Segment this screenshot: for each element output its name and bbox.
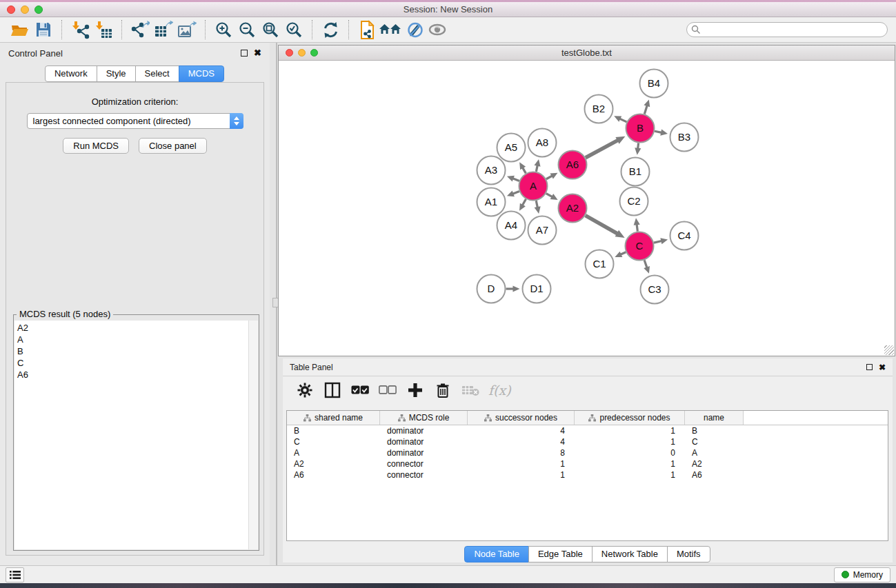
add-column-button[interactable]: [401, 378, 429, 402]
node-B4[interactable]: B4: [640, 70, 668, 98]
zoom-out-button[interactable]: [235, 19, 259, 41]
column-header[interactable]: name: [685, 411, 744, 425]
tab-node-table[interactable]: Node Table: [464, 546, 529, 562]
edge-A6-B[interactable]: [586, 136, 626, 158]
edge-C-C4[interactable]: [654, 238, 668, 244]
column-header[interactable]: predecessor nodes: [575, 411, 685, 425]
node-A2[interactable]: A2: [559, 194, 587, 223]
edge-A-A4[interactable]: [519, 199, 526, 211]
edge-C-C1[interactable]: [615, 252, 626, 257]
import-table-button[interactable]: [92, 19, 115, 41]
node-A6[interactable]: A6: [559, 151, 587, 179]
select-all-button[interactable]: [346, 378, 374, 402]
hide-labels-button[interactable]: [402, 19, 426, 41]
network-canvas[interactable]: B4B2BB3A5A8A6B1A3AA1C2A2A4A7C4CC1C3DD1: [279, 61, 895, 356]
edge-A-A8[interactable]: [535, 159, 541, 172]
edge-C-C3[interactable]: [644, 260, 650, 274]
zoom-selected-button[interactable]: [282, 19, 306, 41]
result-item[interactable]: A6: [14, 369, 248, 381]
result-item[interactable]: A: [14, 334, 248, 345]
table-row[interactable]: Cdominator41C: [287, 436, 888, 447]
table-row[interactable]: Bdominator41B: [287, 425, 888, 436]
criterion-dropdown[interactable]: largest connected component (directed): [27, 113, 243, 129]
tab-style[interactable]: Style: [97, 65, 136, 82]
table-row[interactable]: A6connector11A6: [287, 469, 888, 480]
node-B1[interactable]: B1: [621, 158, 650, 186]
node-C1[interactable]: C1: [586, 250, 614, 278]
task-history-button[interactable]: [6, 567, 24, 582]
network-graph[interactable]: B4B2BB3A5A8A6B1A3AA1C2A2A4A7C4CC1C3DD1: [279, 61, 895, 356]
node-B2[interactable]: B2: [585, 95, 613, 123]
save-session-button[interactable]: [32, 19, 55, 41]
tab-mcds[interactable]: MCDS: [179, 65, 224, 82]
node-C3[interactable]: C3: [641, 276, 669, 304]
node-A1[interactable]: A1: [477, 188, 506, 216]
zoom-in-button[interactable]: [212, 19, 235, 41]
column-header[interactable]: shared name: [287, 411, 380, 425]
edge-A-A1[interactable]: [507, 191, 519, 197]
float-panel-icon[interactable]: [241, 50, 248, 57]
network-from-file-button[interactable]: [355, 19, 379, 41]
result-item[interactable]: A2: [14, 322, 248, 334]
close-panel-button[interactable]: Close panel: [139, 138, 207, 154]
import-network-button[interactable]: [68, 19, 92, 41]
node-A5[interactable]: A5: [497, 134, 526, 162]
edge-A-A7[interactable]: [535, 201, 541, 214]
node-B[interactable]: B: [626, 114, 655, 143]
close-table-panel-icon[interactable]: ✖: [879, 364, 886, 371]
edge-D-D1[interactable]: [506, 285, 520, 292]
zoom-fit-button[interactable]: [259, 19, 282, 41]
edge-B-B3[interactable]: [655, 130, 668, 136]
memory-button[interactable]: Memory: [834, 567, 890, 582]
run-mcds-button[interactable]: Run MCDS: [63, 138, 129, 154]
column-header[interactable]: MCDS role: [380, 411, 468, 425]
show-details-button[interactable]: [426, 19, 449, 41]
node-C2[interactable]: C2: [620, 187, 648, 216]
column-header[interactable]: successor nodes: [468, 411, 575, 425]
result-item[interactable]: C: [14, 357, 248, 369]
edge-A-A6[interactable]: [546, 173, 558, 179]
node-A[interactable]: A: [519, 172, 548, 201]
tab-network[interactable]: Network: [45, 65, 97, 82]
export-network-button[interactable]: [128, 19, 152, 41]
column-layout-button[interactable]: [319, 378, 346, 402]
tab-select[interactable]: Select: [135, 65, 179, 82]
delete-column-button[interactable]: [429, 378, 457, 402]
delete-table-button[interactable]: [457, 378, 484, 402]
node-A3[interactable]: A3: [477, 156, 506, 185]
node-C4[interactable]: C4: [670, 222, 699, 250]
export-image-button[interactable]: [175, 19, 199, 41]
edge-B-B2[interactable]: [614, 116, 626, 122]
node-C[interactable]: C: [626, 232, 654, 261]
search-input[interactable]: [704, 23, 887, 36]
node-D[interactable]: D: [477, 275, 506, 303]
window-resize-grip[interactable]: [884, 345, 894, 355]
edge-A-A3[interactable]: [507, 176, 519, 182]
tab-network-table[interactable]: Network Table: [592, 546, 668, 562]
function-builder-button[interactable]: f(x): [484, 378, 515, 402]
edge-C-C2[interactable]: [634, 218, 640, 231]
node-A4[interactable]: A4: [497, 212, 526, 240]
result-scrollbar[interactable]: [248, 321, 258, 549]
close-panel-icon[interactable]: ✖: [254, 50, 261, 57]
search-field[interactable]: [686, 22, 888, 37]
node-D1[interactable]: D1: [523, 275, 551, 303]
tab-motifs[interactable]: Motifs: [667, 546, 710, 562]
edge-A-A2[interactable]: [546, 194, 558, 200]
export-table-button[interactable]: [152, 19, 175, 41]
node-A8[interactable]: A8: [528, 129, 557, 157]
result-item[interactable]: B: [14, 345, 248, 357]
edge-B-B4[interactable]: [644, 99, 650, 114]
float-table-panel-icon[interactable]: [866, 364, 873, 370]
edge-A-A5[interactable]: [519, 162, 526, 173]
deselect-all-button[interactable]: [374, 378, 401, 402]
tab-edge-table[interactable]: Edge Table: [528, 546, 593, 562]
node-A7[interactable]: A7: [528, 216, 557, 245]
edge-A2-C[interactable]: [586, 216, 625, 238]
open-file-button[interactable]: [8, 19, 32, 41]
table-row[interactable]: A2connector11A2: [287, 458, 888, 469]
node-B3[interactable]: B3: [670, 123, 699, 152]
table-settings-button[interactable]: [291, 378, 319, 402]
edge-B-B1[interactable]: [635, 143, 641, 154]
refresh-view-button[interactable]: [319, 19, 342, 41]
